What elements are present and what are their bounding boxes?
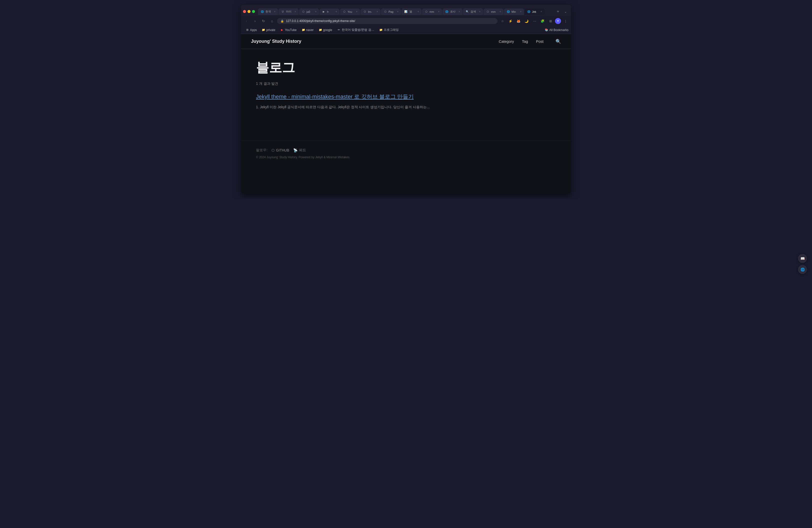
tab-tab-3[interactable]: ⬡ju0× <box>299 9 319 15</box>
traffic-lights[interactable] <box>243 10 255 13</box>
tab-favicon: 📊 <box>404 10 407 13</box>
tab-tab-12[interactable]: ⬡mm× <box>483 9 504 15</box>
tab-tab-13[interactable]: 🌐Min× <box>504 9 524 15</box>
tab-close-button[interactable]: × <box>520 10 522 13</box>
tab-label: Pag <box>389 10 395 13</box>
tab-label: mm <box>430 10 436 13</box>
bookmark-korean[interactable]: ✏ 한국어 맞춤법/문법 검… <box>335 27 376 33</box>
bookmark-star-button[interactable]: ☆ <box>499 17 506 25</box>
tab-tab-10[interactable]: 🌐코사× <box>443 8 463 15</box>
tab-label: 코사 <box>450 10 457 14</box>
tab-close-button[interactable]: × <box>397 10 398 13</box>
tab-close-button[interactable]: × <box>274 10 276 13</box>
address-bar[interactable]: 🔒 127.0.0.1:4000/jekyll-theme/config-jek… <box>277 18 497 24</box>
nav-post[interactable]: Post <box>536 39 543 44</box>
extension-5-button[interactable]: 🧩 <box>539 17 546 25</box>
tab-tab-8[interactable]: 📊'음× <box>402 8 421 15</box>
extension-2-button[interactable]: 🦊 <box>515 17 522 25</box>
all-bookmarks-label[interactable]: All Bookmarks <box>549 28 568 32</box>
tab-list-button[interactable]: ⌄ <box>562 8 569 15</box>
extension-4-button[interactable]: ⋯ <box>531 17 538 25</box>
tab-close-button[interactable]: × <box>335 10 337 13</box>
nav-category[interactable]: Category <box>499 39 514 44</box>
tab-favicon: 🌐 <box>445 10 449 13</box>
tab-tab-6[interactable]: ⬡Im-× <box>361 9 380 15</box>
bookmark-apps-label: Apps <box>250 28 257 32</box>
new-tab-button[interactable]: + <box>554 8 562 15</box>
home-button[interactable]: ⌂ <box>269 17 276 25</box>
bookmark-apps[interactable]: ⊞ Apps <box>244 28 259 32</box>
tab-close-button[interactable]: × <box>418 10 419 13</box>
tab-close-button[interactable]: × <box>438 10 439 13</box>
extension-1-button[interactable]: ⚡ <box>507 17 514 25</box>
tab-tab-4[interactable]: ▶l•× <box>319 9 339 15</box>
url-display[interactable]: 127.0.0.1:4000/jekyll-theme/config-jekyl… <box>286 19 494 23</box>
youtube-icon: ▶ <box>280 28 284 31</box>
page-title: 블로그 <box>256 59 451 76</box>
minimize-button[interactable] <box>247 10 250 13</box>
menu-button[interactable]: ⋮ <box>562 17 569 25</box>
follow-label: 팔로우: <box>256 148 267 152</box>
tab-tab-7[interactable]: ⬡Pag× <box>381 9 401 15</box>
forward-button[interactable]: › <box>251 17 259 25</box>
extension-6-button[interactable]: ⊞ <box>547 17 554 25</box>
tab-close-button[interactable]: × <box>499 10 501 13</box>
tab-tab-14[interactable]: 🌐Jek× <box>524 9 545 15</box>
apps-icon: ⊞ <box>246 28 249 31</box>
tab-close-button[interactable]: × <box>294 10 296 13</box>
github-icon: ⬡ <box>272 148 275 152</box>
tab-close-button[interactable]: × <box>479 10 480 13</box>
github-link[interactable]: ⬡ GITHUB <box>272 148 289 152</box>
tab-label: l• <box>327 10 334 13</box>
tab-tab-11[interactable]: 🔍검색× <box>463 8 483 15</box>
post-title-link[interactable]: Jekyll theme - minimal-mistakes-master 로… <box>256 93 451 101</box>
extension-3-button[interactable]: 🌙 <box>523 17 530 25</box>
bookmark-private[interactable]: 📁 private <box>260 28 277 32</box>
bookmark-programming-label: 프로그래밍 <box>384 28 399 32</box>
bookmarks-bar: ⊞ Apps 📁 private ▶ YouTube 📁 naver 📁 goo… <box>241 26 571 34</box>
reload-button[interactable]: ↻ <box>260 17 267 25</box>
profile-avatar[interactable]: Y <box>555 18 561 24</box>
tab-tab-5[interactable]: ⬡You× <box>340 9 360 15</box>
tab-close-button[interactable]: × <box>540 10 542 13</box>
tab-tab-2[interactable]: U마이× <box>278 8 299 15</box>
tab-favicon: U <box>281 10 285 13</box>
maximize-button[interactable] <box>252 10 255 13</box>
tab-favicon: ⬡ <box>363 10 366 14</box>
tab-favicon: ⬡ <box>486 10 490 14</box>
tab-label: Im- <box>368 10 375 13</box>
page-content: Juyoung' Study History Category Tag Post… <box>241 34 571 194</box>
tab-label: ju0 <box>306 10 314 13</box>
bookmark-youtube[interactable]: ▶ YouTube <box>278 28 299 32</box>
tab-close-button[interactable]: × <box>459 10 460 13</box>
copyright: © 2024 Juyoung' Study History. Powered b… <box>256 156 556 159</box>
bookmark-google[interactable]: 📁 google <box>317 28 334 32</box>
bookmark-private-label: private <box>266 28 275 32</box>
tab-tab-1[interactable]: 🌐한국× <box>258 8 278 15</box>
tab-favicon: ▶ <box>322 10 325 14</box>
tabs-container: 🌐한국×U마이×⬡ju0×▶l•×⬡You×⬡Im-×⬡Pag×📊'음×⬡mm×… <box>258 8 554 15</box>
tab-label: 한국 <box>265 10 273 14</box>
nav-tag[interactable]: Tag <box>522 39 528 44</box>
tab-label: 마이 <box>286 10 293 14</box>
bookmark-naver-label: naver <box>306 28 314 32</box>
tab-label: Jek <box>532 10 539 13</box>
tab-close-button[interactable]: × <box>315 10 317 13</box>
bookmark-programming[interactable]: 📁 프로그래밍 <box>377 27 401 33</box>
back-button[interactable]: ‹ <box>243 17 250 25</box>
site-header: Juyoung' Study History Category Tag Post… <box>241 34 571 49</box>
rss-icon: 📡 <box>293 148 298 152</box>
folder-icon-google: 📁 <box>319 28 322 31</box>
bookmark-youtube-label: YouTube <box>285 28 296 32</box>
tab-close-button[interactable]: × <box>356 10 358 13</box>
close-button[interactable] <box>243 10 246 13</box>
tab-close-button[interactable]: × <box>377 10 378 13</box>
all-bookmarks-section: 📚 All Bookmarks <box>545 28 568 32</box>
tab-tab-9[interactable]: ⬡mm× <box>422 9 442 15</box>
bookmark-naver[interactable]: 📁 naver <box>300 28 316 32</box>
feed-link[interactable]: 📡 피드 <box>293 148 306 152</box>
feed-label: 피드 <box>299 148 306 152</box>
search-button[interactable]: 🔍 <box>555 39 561 44</box>
site-logo[interactable]: Juyoung' Study History <box>251 39 499 44</box>
results-count: 1 개 결과 발견 <box>256 82 451 86</box>
